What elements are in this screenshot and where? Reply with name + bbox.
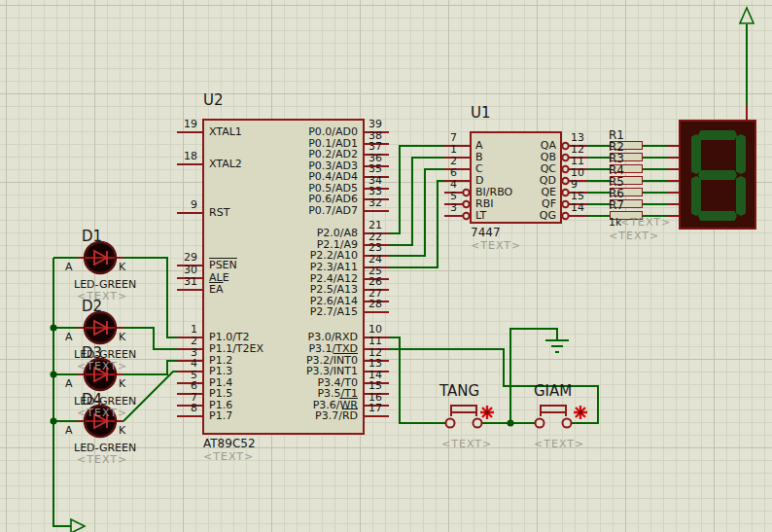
pin-label: EA — [209, 283, 223, 296]
pin-label: RST — [209, 206, 229, 219]
button-giam-symbol[interactable] — [536, 406, 572, 428]
pin-num: 3 — [434, 201, 457, 214]
pin-label: QG — [540, 209, 556, 222]
button-tang-symbol[interactable] — [446, 406, 482, 428]
anode-label: A — [65, 261, 73, 273]
pin-num: 17 — [368, 402, 382, 414]
button-giam-placeholder: <TEXT> — [534, 438, 584, 450]
pin-num: 19 — [174, 118, 197, 130]
button-tang-label: TANG — [439, 385, 479, 398]
segment-f — [691, 134, 701, 174]
pin-num: 28 — [368, 298, 382, 310]
cathode-label: K — [119, 261, 125, 273]
pin-num: 14 — [571, 201, 584, 214]
button-tang-placeholder: <TEXT> — [441, 438, 492, 450]
wires — [53, 24, 747, 526]
ground-icon — [545, 340, 569, 352]
led-d1-symbol[interactable] — [85, 242, 116, 273]
u2-placeholder: <TEXT> — [203, 450, 254, 463]
button-giam-label: GIAM — [534, 385, 572, 398]
pin-num: 29 — [174, 251, 197, 264]
anode-label: A — [65, 331, 73, 343]
led-d1-ref: D1 — [82, 231, 102, 243]
anode-label: A — [65, 424, 73, 437]
display-placeholder: <TEXT> — [609, 230, 659, 242]
cathode-label: K — [119, 331, 125, 343]
segment-g — [698, 170, 737, 180]
u2-part: AT89C52 — [203, 438, 256, 450]
button-giam-actuator-icon[interactable] — [574, 406, 587, 419]
u1-placeholder: <TEXT> — [471, 239, 521, 252]
pin-label: P1.7 — [209, 409, 232, 422]
led-d2-symbol[interactable] — [85, 312, 116, 343]
pin-label: PSEN — [209, 259, 237, 271]
segment-d — [698, 211, 737, 221]
schematic-canvas[interactable]: U2 AT89C52 <TEXT> 19 18 9 29 30 31 1 2 3… — [0, 0, 772, 532]
pin-label: XTAL1 — [209, 125, 242, 138]
led-d2-ref: D2 — [82, 301, 102, 313]
pin-label: P2.7/A15 — [310, 305, 358, 318]
led-d4-placeholder: <TEXT> — [77, 453, 127, 466]
pin-num: 32 — [368, 196, 382, 209]
resistor-placeholder: <TEXT> — [620, 216, 671, 229]
pin-num: 31 — [174, 275, 197, 288]
segment-a — [698, 130, 737, 140]
anode-label: A — [65, 377, 73, 390]
cathode-label: K — [119, 424, 125, 437]
power-terminal-icon — [740, 8, 754, 23]
segment-e — [691, 176, 701, 216]
pin-label: P0.7/AD7 — [308, 204, 358, 217]
seven-segment-display[interactable] — [679, 120, 756, 230]
resistor-ref: R7 — [609, 199, 624, 212]
button-tang-actuator-icon[interactable] — [480, 406, 494, 419]
led-d4-ref: D4 — [82, 394, 102, 407]
pin-label: P3.7/RD — [315, 409, 358, 422]
cathode-label: K — [119, 377, 125, 390]
u1-ref: U1 — [471, 107, 491, 120]
u1-part: 7447 — [471, 227, 501, 239]
u2-ref: U2 — [203, 94, 224, 107]
pin-num: 9 — [174, 198, 197, 211]
pin-label: LT — [475, 209, 486, 222]
power-terminal-icon — [71, 519, 85, 532]
pin-label: XTAL2 — [209, 158, 242, 170]
segment-c — [736, 176, 746, 216]
segment-b — [736, 134, 746, 174]
pin-num: 8 — [174, 402, 197, 414]
led-d3-ref: D3 — [82, 347, 102, 360]
pin-num: 18 — [174, 150, 197, 162]
